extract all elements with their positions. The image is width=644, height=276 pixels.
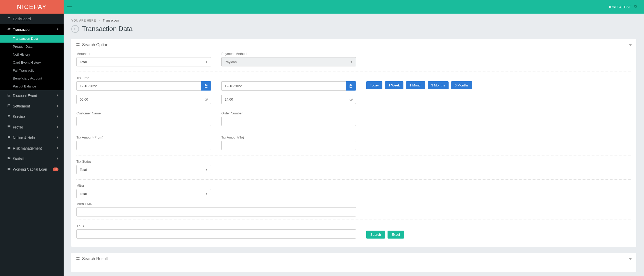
trx-status-select[interactable]: Total ▼ [76, 165, 211, 174]
sidebar-item-transaction[interactable]: Transaction [0, 24, 64, 35]
chevron-right-icon: › [99, 19, 100, 22]
order-number-label: Order Number [221, 111, 356, 115]
menu-toggle-icon[interactable] [64, 4, 75, 9]
sidebar-item-statistic[interactable]: Statistic [0, 153, 64, 164]
svg-rect-8 [76, 259, 78, 260]
badge-new: N [53, 167, 58, 171]
date-preset-row: Today 1 Week 1 Month 3 Months 6 Months [366, 81, 472, 89]
panel-search-result: Search Result [71, 253, 636, 272]
payment-method-label: Payment Method [221, 52, 356, 56]
sidebar-item-label: Profile [13, 125, 56, 129]
sidebar-item-dashboard[interactable]: DashBoard [0, 14, 64, 24]
chevron-left-icon [56, 147, 58, 150]
time-from-value: 00:00 [80, 97, 88, 101]
chevron-left-icon [56, 136, 58, 139]
svg-rect-3 [78, 45, 80, 46]
time-to-input[interactable]: 24:00 [221, 95, 346, 104]
gear-icon[interactable] [633, 4, 638, 9]
search-button[interactable]: Search [366, 231, 385, 239]
grid-icon [76, 257, 80, 261]
svg-rect-1 [78, 43, 80, 44]
chevron-left-icon [56, 157, 58, 160]
sidebar-item-label: Transaction [13, 27, 56, 32]
date-to-value: 12-10-2022 [225, 84, 242, 88]
time-from-input[interactable]: 00:00 [76, 95, 201, 104]
main-content: YOU ARE HERE › Transaction Transaction D… [64, 14, 644, 276]
trx-time-label: Trx Time [76, 76, 631, 80]
sidebar-sub-payout-balance[interactable]: Payout Balance [0, 82, 64, 90]
txid-label: TXID [76, 224, 356, 228]
sidebar-item-risk-management[interactable]: Risk management [0, 143, 64, 153]
sidebar-sub-preauth-data[interactable]: Preauth Data [0, 43, 64, 51]
txid-input[interactable] [76, 229, 356, 239]
sidebar: DashBoard Transaction Transaction Data P… [0, 14, 64, 276]
date-to-input[interactable]: 12-10-2022 [221, 81, 346, 91]
collapse-icon[interactable] [629, 43, 632, 46]
sidebar-sub-card-event-history[interactable]: Card Event History [0, 58, 64, 66]
preset-1week-button[interactable]: 1 Week [385, 81, 403, 89]
amount-to-input[interactable] [221, 141, 356, 150]
user-menu[interactable]: IONPAYTEST [607, 4, 644, 9]
clock-icon[interactable] [346, 95, 356, 104]
sidebar-item-label: Statistic [13, 157, 56, 161]
breadcrumb: YOU ARE HERE › Transaction [64, 14, 644, 24]
preset-6months-button[interactable]: 6 Months [451, 81, 472, 89]
sidebar-item-notice-help[interactable]: Notice & Help [0, 132, 64, 143]
folder-icon [7, 156, 13, 161]
preset-1month-button[interactable]: 1 Month [406, 81, 425, 89]
preset-3months-button[interactable]: 3 Months [428, 81, 449, 89]
mitra-txid-label: Mitra TXID [76, 202, 631, 206]
page-title: Transaction Data [82, 25, 133, 33]
sidebar-item-label: Working Capital Loan [13, 167, 51, 171]
folder-icon [7, 167, 13, 171]
svg-rect-9 [78, 259, 80, 260]
sidebar-item-settlement[interactable]: Settlement [0, 101, 64, 111]
chevron-left-icon [56, 28, 58, 31]
merchant-select[interactable]: Total ▼ [76, 57, 211, 66]
svg-rect-7 [78, 257, 80, 258]
calendar-icon [7, 104, 13, 108]
clock-icon[interactable] [201, 95, 211, 104]
sidebar-item-discount-event[interactable]: Discount Event [0, 90, 64, 101]
amount-from-input[interactable] [76, 141, 211, 150]
trx-status-value: Total [80, 168, 87, 172]
mitra-txid-input[interactable] [76, 207, 356, 216]
divider [76, 131, 631, 131]
sidebar-item-profile[interactable]: Profile [0, 122, 64, 132]
brand-logo[interactable]: NICEPAY [0, 0, 64, 14]
chart-icon [7, 93, 13, 98]
breadcrumb-current: Transaction [103, 19, 119, 22]
amount-from-label: Trx Amount(From) [76, 135, 211, 139]
svg-rect-6 [76, 257, 78, 258]
mitra-select[interactable]: Total ▼ [76, 189, 211, 198]
users-icon [7, 114, 13, 119]
panel-title: Search Result [82, 257, 108, 261]
mitra-value: Total [80, 192, 87, 196]
chevron-left-icon [56, 115, 58, 118]
sidebar-item-label: Risk management [13, 146, 56, 150]
sidebar-item-service[interactable]: Service [0, 111, 64, 122]
order-number-input[interactable] [221, 117, 356, 126]
time-to-value: 24:00 [225, 97, 233, 101]
sidebar-item-label: Notice & Help [13, 136, 56, 140]
sidebar-sub-beneficiary-account[interactable]: Beneficiary Account [0, 74, 64, 82]
sidebar-item-working-capital-loan[interactable]: Working Capital Loan N [0, 164, 64, 174]
caret-down-icon: ▼ [350, 61, 353, 63]
calendar-icon[interactable] [201, 81, 211, 91]
date-from-value: 12-10-2022 [80, 84, 97, 88]
preset-today-button[interactable]: Today [366, 81, 382, 89]
svg-rect-2 [76, 45, 78, 46]
excel-button[interactable]: Excel [388, 231, 404, 239]
back-button[interactable] [71, 25, 79, 33]
date-from-input[interactable]: 12-10-2022 [76, 81, 201, 91]
grid-icon [76, 43, 80, 47]
exchange-icon [7, 27, 13, 32]
calendar-icon[interactable] [346, 81, 356, 91]
sidebar-sub-fail-transaction[interactable]: Fail Transaction [0, 66, 64, 74]
sidebar-sub-noti-history[interactable]: Noti History [0, 51, 64, 58]
collapse-icon[interactable] [629, 257, 632, 260]
payment-method-select[interactable]: Payloan ▼ [221, 57, 356, 66]
trx-status-label: Trx Status [76, 160, 211, 163]
customer-name-input[interactable] [76, 117, 211, 126]
sidebar-sub-transaction-data[interactable]: Transaction Data [0, 35, 64, 43]
